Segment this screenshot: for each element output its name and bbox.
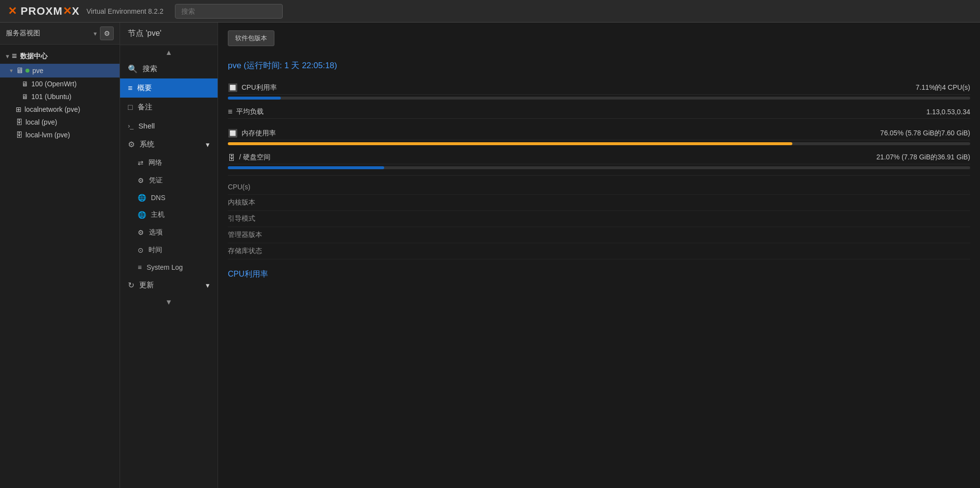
load-value: 1.13,0.53,0.34 [926,108,970,116]
nav-section-system[interactable]: ⚙ 系统 ▾ [120,135,218,154]
sidebar-view-label: 服务器视图 [6,29,40,38]
content-toolbar: 软件包版本 [228,30,970,52]
cpu-label: 🔲 CPU利用率 [228,83,277,92]
network-sub-icon: ⇄ [138,159,144,167]
nav-item-notes[interactable]: □ 备注 [120,98,218,117]
cpu-progress-container [228,97,970,100]
memory-value: 76.05% (5.78 GiB的7.60 GiB) [880,129,970,138]
disk-value: 21.07% (7.78 GiB的36.91 GiB) [877,153,970,162]
logo-text: ✕ PROXM✕X [8,5,79,18]
nav-section-updates[interactable]: ↻ 更新 ▾ [120,276,218,295]
nav-item-shell[interactable]: ›_ Shell [120,117,218,135]
nav-options-label: 选项 [149,228,163,237]
packages-version-button[interactable]: 软件包版本 [228,30,274,46]
nav-dns-label: DNS [151,194,166,202]
datacenter-label: 数据中心 [20,52,48,61]
memory-label: 🔲 内存使用率 [228,128,276,138]
localnetwork-label: localnetwork (pve) [24,105,80,113]
info-storage-label: 存储库状态 [228,247,262,256]
vm-101-label: 101 (Ubuntu) [31,93,72,101]
tree-item-local-lvm[interactable]: 🗄 local-lvm (pve) [0,128,120,141]
left-sidebar: 服务器视图 ▾ ⚙ ▾ ≡ 数据中心 ▾ 🖥 pve 🖥 [0,23,120,488]
info-table: CPU(s) 内核版本 引导模式 管理器版本 存储库状态 [228,175,970,259]
info-row-kernel: 内核版本 [228,195,970,211]
node-status-title: pve (运行时间: 1 天 22:05:18) [228,60,970,71]
system-chevron: ▾ [206,140,210,149]
nav-sub-dns[interactable]: 🌐 DNS [120,189,218,206]
nav-system-label: 系统 [140,140,154,149]
datacenter-chevron: ▾ [6,53,9,60]
time-sub-icon: ⊙ [138,246,144,254]
summary-nav-icon: ≡ [128,84,132,93]
main-layout: 服务器视图 ▾ ⚙ ▾ ≡ 数据中心 ▾ 🖥 pve 🖥 [0,23,980,488]
nav-updates-label: 更新 [139,281,154,290]
disk-icon: 🗄 [228,154,235,162]
search-nav-icon: 🔍 [128,64,138,74]
nav-sub-syslog[interactable]: ≡ System Log [120,259,218,276]
nav-collapse-up[interactable]: ▲ [120,45,218,59]
tree-item-local[interactable]: 🗄 local (pve) [0,116,120,128]
info-boot-label: 引导模式 [228,214,255,223]
nav-sub-credentials[interactable]: ⚙ 凭证 [120,172,218,189]
memory-stat-row: 🔲 内存使用率 76.05% (5.78 GiB的7.60 GiB) [228,125,970,140]
nav-sub-network[interactable]: ⇄ 网络 [120,154,218,172]
version-text: Virtual Environment 8.2.2 [86,7,163,15]
datacenter-icon: ≡ [12,51,17,61]
local-icon: 🗄 [16,118,23,126]
syslog-sub-icon: ≡ [138,263,142,271]
notes-nav-icon: □ [128,103,133,112]
pve-chevron: ▾ [10,67,13,74]
nav-search-label: 搜索 [143,64,157,74]
logo-area: ✕ PROXM✕X Virtual Environment 8.2.2 [8,5,163,18]
tree-item-pve[interactable]: ▾ 🖥 pve [0,64,120,77]
tree-item-vm-101[interactable]: 🖥 101 (Ubuntu) [0,90,120,103]
options-sub-icon: ⚙ [138,229,144,236]
nav-sub-hosts[interactable]: 🌐 主机 [120,206,218,224]
sidebar-gear-button[interactable]: ⚙ [100,26,114,40]
nav-collapse-down[interactable]: ▼ [120,295,218,309]
load-label-text: 平均负载 [236,107,264,116]
network-icon: ⊞ [16,105,22,113]
memory-progress-fill [228,142,792,145]
info-row-manager: 管理器版本 [228,227,970,243]
search-input[interactable] [175,4,283,19]
info-cpu-label: CPU(s) [228,183,250,191]
nav-syslog-label: System Log [147,263,183,271]
local-lvm-label: local-lvm (pve) [25,131,70,139]
credentials-sub-icon: ⚙ [138,177,144,184]
nav-section-updates-left: ↻ 更新 [128,281,154,290]
nav-sub-time[interactable]: ⊙ 时间 [120,241,218,259]
nav-item-search[interactable]: 🔍 搜索 [120,59,218,78]
load-stat-row: ≡ 平均负载 1.13,0.53,0.34 [228,103,970,119]
pve-node-icon: 🖥 [16,66,24,75]
nav-sub-options[interactable]: ⚙ 选项 [120,224,218,241]
disk-progress-fill [228,166,384,169]
nav-credentials-label: 凭证 [149,176,163,185]
shell-nav-icon: ›_ [128,122,134,129]
updates-section-icon: ↻ [128,281,134,290]
disk-progress-container [228,166,970,169]
nav-time-label: 时间 [148,246,162,255]
tree-area: ▾ ≡ 数据中心 ▾ 🖥 pve 🖥 100 (OpenWrt) 🖥 101 (… [0,45,120,488]
vm-100-icon: 🖥 [22,80,28,88]
load-icon: ≡ [228,107,232,116]
memory-icon: 🔲 [228,128,238,138]
tree-item-datacenter[interactable]: ▾ ≡ 数据中心 [0,49,120,64]
nav-section-system-left: ⚙ 系统 [128,140,154,149]
memory-label-text: 内存使用率 [242,129,276,138]
hosts-sub-icon: 🌐 [138,211,146,219]
cpu-value: 7.11%的4 CPU(s) [916,83,970,92]
disk-label-text: / 硬盘空间 [239,153,270,162]
page-title: 节点 'pve' [128,29,161,37]
info-manager-label: 管理器版本 [228,231,262,239]
page-title-bar: 节点 'pve' [120,23,218,45]
sidebar-dropdown-arrow: ▾ [94,30,97,37]
nav-item-summary[interactable]: ≡ 概要 [120,78,218,98]
cpu-icon: 🔲 [228,83,238,92]
top-header: ✕ PROXM✕X Virtual Environment 8.2.2 [0,0,980,23]
right-content: 软件包版本 pve (运行时间: 1 天 22:05:18) 🔲 CPU利用率 … [218,23,980,488]
nav-notes-label: 备注 [138,103,152,112]
tree-item-localnetwork[interactable]: ⊞ localnetwork (pve) [0,103,120,116]
info-row-storage-status: 存储库状态 [228,243,970,259]
tree-item-vm-100[interactable]: 🖥 100 (OpenWrt) [0,77,120,90]
